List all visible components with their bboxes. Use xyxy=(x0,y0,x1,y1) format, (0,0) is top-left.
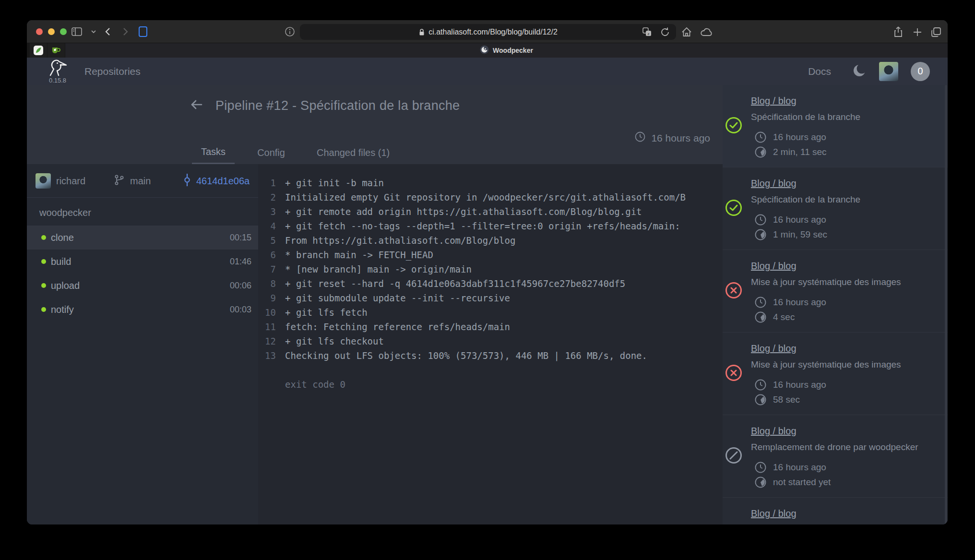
build-author: richard xyxy=(36,164,85,198)
main-content: Pipeline #12 - Spécification de la branc… xyxy=(27,85,948,524)
pipeline-entry[interactable]: Blog / blog Remplacement de drone par wo… xyxy=(723,415,948,498)
step-status-dot xyxy=(41,283,46,288)
step-status-dot xyxy=(41,235,46,240)
commit-message: Spécification de la branche xyxy=(751,194,941,205)
chevron-down-icon[interactable] xyxy=(91,29,96,35)
back-arrow-icon[interactable] xyxy=(189,97,204,114)
tab-tasks[interactable]: Tasks xyxy=(192,141,235,164)
svg-text:z: z xyxy=(648,32,650,36)
nav-docs[interactable]: Docs xyxy=(808,66,831,77)
entry-time: 16 hours ago xyxy=(754,212,941,227)
new-page-icon[interactable] xyxy=(137,25,149,38)
entry-duration: 1 min, 59 sec xyxy=(754,227,941,242)
tab-config[interactable]: Config xyxy=(248,141,294,164)
pipeline-entry[interactable]: Blog / blog Spécification de la branche … xyxy=(723,85,948,167)
url-text: ci.athaliasoft.com/Blog/blog/build/12/2 xyxy=(428,28,558,36)
entry-time: 16 hours ago xyxy=(754,295,941,310)
step-status-dot xyxy=(41,259,46,264)
console-line: 2Initialized empty Git repository in /wo… xyxy=(258,190,723,204)
pinned-tab-leaf[interactable] xyxy=(30,43,47,58)
sidebar-scrollbar[interactable] xyxy=(945,85,947,524)
commit-message: Spécification de la branche xyxy=(751,112,941,122)
cloud-icon[interactable] xyxy=(700,27,714,37)
zoom-window-button[interactable] xyxy=(60,28,67,35)
console-line: 12+ git lfs checkout xyxy=(258,334,723,348)
clock-icon xyxy=(634,131,646,145)
commit-hash-link[interactable]: 4614d1e06a xyxy=(196,176,250,187)
git-commit-icon xyxy=(183,173,191,189)
home-icon[interactable] xyxy=(680,26,693,38)
pinned-tab-gitea[interactable] xyxy=(48,43,65,58)
status-failure-icon xyxy=(725,282,742,301)
repo-link[interactable]: Blog / blog xyxy=(751,261,797,272)
build-branch: main xyxy=(113,164,151,198)
lock-icon xyxy=(418,28,425,36)
tab-changed-files[interactable]: Changed files (1) xyxy=(308,141,399,164)
new-tab-icon[interactable] xyxy=(912,26,923,38)
console-line: 5From https://git.athaliasoft.com/Blog/b… xyxy=(258,233,723,248)
forward-button[interactable] xyxy=(120,26,131,37)
author-avatar xyxy=(36,173,51,189)
build-info-bar: richard main 4614d1e06a xyxy=(27,164,258,198)
pipeline-list-sidebar: Blog / blog Spécification de la branche … xyxy=(723,85,948,524)
step-row-upload[interactable]: upload 00:06 xyxy=(27,274,258,298)
repo-link[interactable]: Blog / blog xyxy=(751,95,797,107)
woodpecker-logo[interactable]: 0.15.8 xyxy=(45,58,70,84)
tab-woodpecker[interactable]: Woodpecker xyxy=(65,43,948,58)
browser-window: ci.athaliasoft.com/Blog/blog/build/12/2 … xyxy=(27,20,948,524)
entry-duration: 58 sec xyxy=(754,392,941,407)
step-status-dot xyxy=(41,307,46,312)
status-skipped-icon xyxy=(725,447,742,466)
app-header: 0.15.8 Repositories Docs 0 xyxy=(27,58,948,85)
tab-bar: Woodpecker xyxy=(27,43,948,58)
notification-badge[interactable]: 0 xyxy=(911,62,930,81)
exit-code: exit code 0 xyxy=(285,377,723,392)
console-output[interactable]: 1+ git init -b main 2Initialized empty G… xyxy=(258,164,723,524)
pipeline-entry[interactable]: Blog / blog Spécification de la branche … xyxy=(723,167,948,250)
pipeline-entry[interactable]: Blog / blog Remplacement de drone par wo… xyxy=(723,498,948,524)
address-bar[interactable]: ci.athaliasoft.com/Blog/blog/build/12/2 … xyxy=(300,24,676,40)
tab-overview-icon[interactable] xyxy=(930,26,942,38)
entry-duration: 4 sec xyxy=(754,310,941,324)
app-version: 0.15.8 xyxy=(45,77,70,84)
pipeline-tabs: Tasks Config Changed files (1) xyxy=(192,141,399,164)
commit-message: Mise à jour systématique des images xyxy=(751,277,941,287)
translate-icon[interactable]: z xyxy=(642,26,653,38)
step-group-label: woodpecker xyxy=(27,207,258,226)
repo-link[interactable]: Blog / blog xyxy=(751,178,797,189)
repo-link[interactable]: Blog / blog xyxy=(751,426,797,437)
console-line: 13Checking out LFS objects: 100% (573/57… xyxy=(258,348,723,363)
woodpecker-favicon xyxy=(480,45,489,56)
browser-toolbar: ci.athaliasoft.com/Blog/blog/build/12/2 … xyxy=(27,20,948,43)
git-branch-icon xyxy=(113,174,125,188)
close-window-button[interactable] xyxy=(36,28,43,35)
entry-duration: not started yet xyxy=(754,475,941,489)
repo-link[interactable]: Blog / blog xyxy=(751,343,797,354)
steps-panel: richard main 4614d1e06a xyxy=(27,164,258,524)
console-line: 6* branch main -> FETCH_HEAD xyxy=(258,248,723,262)
reload-icon[interactable] xyxy=(660,26,670,38)
share-icon[interactable] xyxy=(892,26,904,38)
sidebar-toggle-icon[interactable] xyxy=(71,26,83,37)
console-line: 9+ git submodule update --init --recursi… xyxy=(258,291,723,305)
window-controls[interactable] xyxy=(36,28,67,35)
console-line: 7* [new branch] main -> origin/main xyxy=(258,262,723,276)
dark-mode-moon-icon[interactable] xyxy=(852,63,867,80)
pipeline-entry[interactable]: Blog / blog Mise à jour systématique des… xyxy=(723,250,948,333)
status-failure-icon xyxy=(725,364,742,383)
step-row-notify[interactable]: notify 00:03 xyxy=(27,298,258,322)
step-row-clone[interactable]: clone 00:15 xyxy=(27,226,258,250)
build-commit[interactable]: 4614d1e06a xyxy=(183,164,250,198)
user-avatar[interactable] xyxy=(879,62,898,81)
info-icon[interactable] xyxy=(284,26,296,37)
nav-repositories[interactable]: Repositories xyxy=(84,66,141,77)
pipeline-entry[interactable]: Blog / blog Mise à jour systématique des… xyxy=(723,333,948,415)
repo-link[interactable]: Blog / blog xyxy=(751,508,797,519)
minimize-window-button[interactable] xyxy=(48,28,55,35)
commit-message: Mise à jour systématique des images xyxy=(751,359,941,370)
step-row-build[interactable]: build 01:46 xyxy=(27,250,258,274)
commit-message: Remplacement de drone par woodpecker xyxy=(751,442,941,453)
back-button[interactable] xyxy=(103,26,113,37)
tab-title: Woodpecker xyxy=(493,47,533,54)
entry-time: 16 hours ago xyxy=(754,460,941,475)
